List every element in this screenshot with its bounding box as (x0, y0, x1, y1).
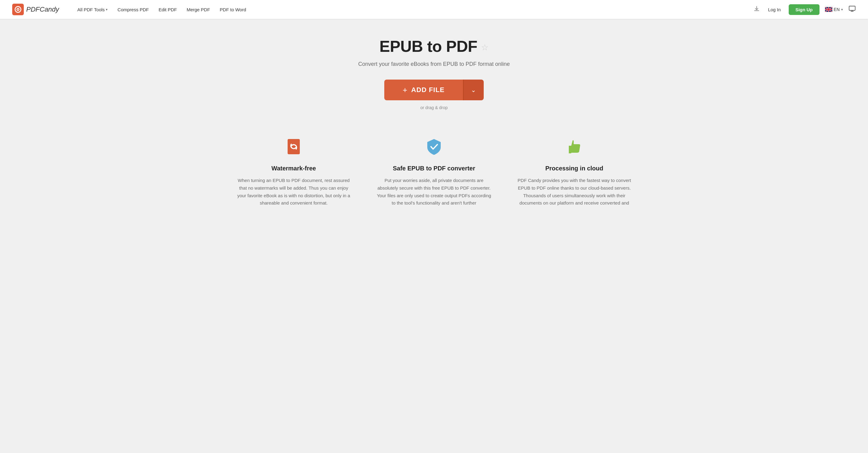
nav-all-pdf-tools[interactable]: All PDF Tools ▾ (78, 7, 108, 12)
svg-point-3 (18, 9, 19, 10)
add-file-label: ADD FILE (411, 86, 444, 94)
logo-link[interactable]: PDFCandy (12, 4, 59, 15)
page-title: EPUB to PDF (379, 37, 477, 56)
nav-compress-pdf[interactable]: Compress PDF (117, 7, 149, 12)
download-icon[interactable] (753, 5, 760, 14)
feature-shield-icon-wrap (376, 134, 492, 159)
thumbs-up-icon (565, 137, 584, 156)
convert-icon (284, 137, 303, 156)
feature-safe-converter: Safe EPUB to PDF converter Put your worr… (376, 134, 492, 207)
login-button[interactable]: Log In (766, 5, 783, 14)
svg-rect-5 (849, 6, 855, 10)
svg-rect-6 (288, 139, 300, 154)
hero-title-row: EPUB to PDF ☆ (297, 37, 571, 56)
add-file-dropdown-button[interactable]: ⌄ (463, 79, 484, 100)
hero-section: EPUB to PDF ☆ Convert your favorite eBoo… (297, 37, 571, 110)
plus-icon: + (403, 85, 407, 95)
feature-convert-icon-wrap (236, 134, 352, 159)
favorite-star-icon[interactable]: ☆ (481, 42, 489, 53)
lang-code: EN (834, 7, 840, 12)
header-right: Log In Sign Up EN ▾ (753, 4, 856, 15)
feature-cloud-processing-title: Processing in cloud (516, 165, 632, 172)
logo-text: PDFCandy (26, 5, 59, 13)
feature-cloud-processing: Processing in cloud PDF Candy provides y… (516, 134, 632, 207)
feature-thumbup-icon-wrap (516, 134, 632, 159)
nav-all-pdf-tools-chevron: ▾ (106, 8, 108, 11)
feature-watermark-free-desc: When turning an EPUB to PDF document, re… (236, 177, 352, 207)
feature-cloud-processing-desc: PDF Candy provides you with the fastest … (516, 177, 632, 207)
feature-watermark-free-title: Watermark-free (236, 165, 352, 172)
chevron-down-icon: ⌄ (471, 86, 476, 94)
drag-drop-hint: or drag & drop (297, 105, 571, 110)
nav-edit-pdf[interactable]: Edit PDF (159, 7, 177, 12)
nav-merge-pdf[interactable]: Merge PDF (187, 7, 210, 12)
main-nav: All PDF Tools ▾ Compress PDF Edit PDF Me… (78, 7, 754, 12)
site-header: PDFCandy All PDF Tools ▾ Compress PDF Ed… (0, 0, 868, 19)
language-selector[interactable]: EN ▾ (825, 7, 843, 12)
signup-button[interactable]: Sign Up (789, 4, 819, 15)
feature-safe-converter-title: Safe EPUB to PDF converter (376, 165, 492, 172)
feature-watermark-free: Watermark-free When turning an EPUB to P… (236, 134, 352, 207)
shield-icon (425, 137, 443, 156)
main-content: EPUB to PDF ☆ Convert your favorite eBoo… (0, 19, 868, 453)
desktop-icon[interactable] (848, 5, 856, 14)
logo-icon (12, 4, 24, 15)
nav-pdf-to-word[interactable]: PDF to Word (220, 7, 246, 12)
add-file-button[interactable]: + ADD FILE (384, 79, 463, 100)
uk-flag-icon (825, 7, 832, 12)
add-file-row: + ADD FILE ⌄ (297, 79, 571, 100)
feature-safe-converter-desc: Put your worries aside, all private docu… (376, 177, 492, 207)
features-section: Watermark-free When turning an EPUB to P… (220, 134, 648, 207)
lang-chevron: ▾ (841, 8, 843, 11)
hero-subtitle: Convert your favorite eBooks from EPUB t… (297, 61, 571, 67)
